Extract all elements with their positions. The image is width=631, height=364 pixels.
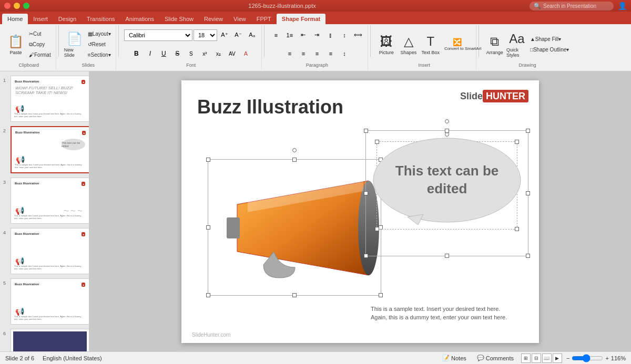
cut-button[interactable]: ✂ Cut: [27, 29, 53, 39]
font-size-select[interactable]: 18 12 14 16 24: [194, 29, 217, 41]
line-spacing-button[interactable]: ↕: [338, 47, 351, 60]
tab-view[interactable]: View: [228, 14, 251, 24]
tab-transitions[interactable]: Transitions: [82, 14, 120, 24]
window-controls[interactable]: [4, 3, 29, 9]
align-center-button[interactable]: ≡: [297, 47, 310, 60]
text-direction-button[interactable]: ↕: [338, 29, 351, 41]
slide-num-3: 3: [3, 178, 8, 185]
zoom-out-icon[interactable]: −: [566, 355, 569, 361]
columns-button[interactable]: ⫿: [324, 29, 337, 41]
close-button[interactable]: [4, 3, 11, 9]
align-left-button[interactable]: ≡: [283, 47, 296, 60]
speech-bubble-text-container[interactable]: This text can be edited: [376, 146, 518, 214]
handle-tl[interactable]: [206, 158, 210, 162]
notes-button[interactable]: 📝 Notes: [439, 354, 470, 362]
thumb-badge-5: ●: [82, 283, 85, 287]
new-slide-button[interactable]: 📄 New Slide: [64, 30, 85, 59]
rotate-handle[interactable]: [292, 148, 297, 152]
tab-animations[interactable]: Animations: [120, 14, 159, 24]
font-color-button[interactable]: A: [239, 47, 252, 60]
reading-view-button[interactable]: 📖: [542, 353, 552, 363]
shape-fill-icon: ▲: [530, 36, 535, 42]
ribbon: 📋 Paste ✂ Cut ⧉ Copy 🖌 Format Clipboard: [0, 24, 631, 71]
shapes-button[interactable]: △ Shapes: [398, 30, 419, 59]
italic-button[interactable]: I: [144, 47, 156, 60]
slide-thumb-6[interactable]: [11, 329, 89, 351]
shape-fill-button[interactable]: ▲ Shape Fill ▾: [528, 35, 571, 44]
speech-bubble-container[interactable]: This text can be edited: [365, 130, 528, 256]
align-right-button[interactable]: ≡: [311, 47, 323, 60]
quick-styles-button[interactable]: Aa Quick Styles: [506, 30, 527, 59]
underline-button[interactable]: U: [157, 47, 170, 60]
layout-button[interactable]: ▦ Layout ▾: [86, 29, 113, 39]
increase-indent-button[interactable]: ⇥: [311, 29, 323, 41]
slide-item-5[interactable]: 5 Buzz Illustration ● 📢 This is sample t…: [3, 278, 86, 325]
rotate-handle-2[interactable]: [445, 119, 449, 123]
slide-thumb-2[interactable]: Buzz Illustration ● This text can be edi…: [11, 126, 89, 173]
paste-button[interactable]: 📋 Paste: [5, 30, 26, 59]
handle-bl[interactable]: [206, 293, 210, 297]
tab-insert[interactable]: Insert: [28, 14, 53, 24]
font-family-select[interactable]: Calibri Arial Times New Roman: [124, 29, 192, 41]
copy-button[interactable]: ⧉ Copy: [27, 40, 53, 49]
maximize-button[interactable]: [23, 3, 29, 9]
slide-sorter-button[interactable]: ⊟: [532, 353, 541, 363]
picture-button[interactable]: 🖼 Picture: [376, 30, 397, 59]
grow-font-button[interactable]: A⁺: [218, 29, 231, 41]
slide-thumb-5[interactable]: Buzz Illustration ● 📢 This is sample tex…: [11, 278, 89, 325]
zoom-slider[interactable]: [572, 354, 603, 362]
slide-item-6[interactable]: 6: [3, 329, 86, 351]
strikethrough-button[interactable]: S: [171, 47, 184, 60]
decrease-indent-button[interactable]: ⇤: [297, 29, 310, 41]
slide-thumb-1[interactable]: Buzz Illustration ● WOW! FUTURE! SELL! B…: [11, 76, 89, 122]
bold-button[interactable]: B: [130, 47, 143, 60]
shadow-button[interactable]: S: [185, 47, 197, 60]
normal-view-button[interactable]: ⊞: [521, 353, 531, 363]
minimize-button[interactable]: [14, 3, 20, 9]
zoom-in-icon[interactable]: +: [605, 355, 608, 361]
canvas-area[interactable]: Buzz Illustration SlideHUNTER: [89, 71, 631, 351]
slide-thumb-3[interactable]: Buzz Illustration ● 📢 〜 〜 〜 This is samp…: [11, 178, 89, 224]
slide-item-1[interactable]: 1 Buzz Illustration ● WOW! FUTURE! SELL!…: [3, 76, 86, 122]
bullets-button[interactable]: ≡: [270, 29, 282, 41]
convert-smartart-button[interactable]: 🔀 Convert to SmartArt: [442, 37, 473, 52]
quick-styles-icon: Aa: [509, 32, 524, 46]
handle-br[interactable]: [379, 293, 383, 297]
format-painter-button[interactable]: 🖌 Format: [27, 50, 53, 60]
reset-button[interactable]: ↺ Reset: [86, 40, 113, 49]
change-case-button[interactable]: Aₐ: [246, 29, 258, 41]
handle-ml[interactable]: [206, 225, 210, 230]
section-button[interactable]: ≡ Section ▾: [86, 50, 113, 60]
tab-slideshow[interactable]: Slide Show: [159, 14, 199, 24]
shrink-font-button[interactable]: A⁻: [232, 29, 245, 41]
tab-fppt[interactable]: FPPT: [251, 14, 277, 24]
tab-design[interactable]: Design: [53, 14, 82, 24]
user-icon[interactable]: 👤: [618, 2, 627, 10]
shape-outline-button[interactable]: □ Shape Outline ▾: [528, 45, 571, 55]
megaphone-illustration[interactable]: [208, 143, 381, 301]
slide-thumb-inner-3: Buzz Illustration ● 📢 〜 〜 〜 This is samp…: [13, 180, 87, 221]
justify-button[interactable]: ≡: [324, 47, 337, 60]
tab-shape-format[interactable]: Shape Format: [277, 14, 325, 24]
superscript-button[interactable]: x²: [198, 47, 211, 60]
handle-bm[interactable]: [292, 293, 297, 297]
arrange-button[interactable]: ⧉ Arrange: [484, 30, 505, 59]
slide-item-4[interactable]: 4 Buzz Illustration ● 📢 This is sample t…: [3, 228, 86, 274]
slide-item-2[interactable]: 2 Buzz Illustration ● This text can be e…: [3, 126, 86, 173]
search-bar[interactable]: 🔍 Search in Presentation: [530, 2, 614, 11]
char-spacing-button[interactable]: AV: [226, 47, 238, 60]
tab-review[interactable]: Review: [199, 14, 228, 24]
handle-tm[interactable]: [292, 158, 297, 162]
thumb-mega-1: 📢: [15, 105, 24, 113]
align-button[interactable]: ⟺: [352, 29, 364, 41]
slideshow-view-button[interactable]: ▶: [553, 353, 562, 363]
slide-thumb-4[interactable]: Buzz Illustration ● 📢 This is sample tex…: [11, 228, 89, 274]
numbering-button[interactable]: 1≡: [283, 29, 296, 41]
slide-item-3[interactable]: 3 Buzz Illustration ● 📢 〜 〜 〜 This is sa…: [3, 178, 86, 224]
textbox-button[interactable]: T Text Box: [420, 30, 441, 59]
reset-icon: ↺: [88, 41, 92, 47]
slide-num-4: 4: [3, 228, 8, 235]
subscript-button[interactable]: x₂: [212, 47, 225, 60]
tab-home[interactable]: Home: [2, 14, 28, 24]
comments-button[interactable]: 💬 Comments: [474, 354, 517, 362]
